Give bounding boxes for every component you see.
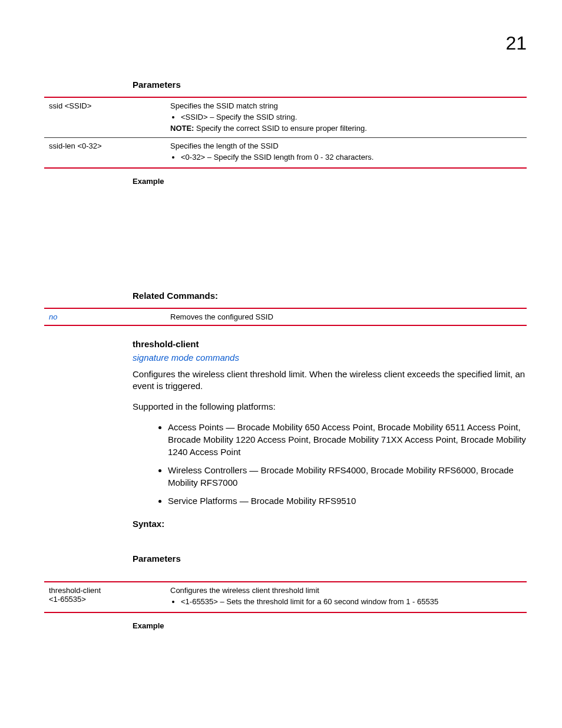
parameters-heading-2: Parameters: [133, 554, 527, 564]
param-lead: Configures the wireless client threshold…: [170, 586, 522, 595]
table-row: no Removes the configured SSID: [44, 308, 527, 325]
param-desc-cell: Specifies the length of the SSID <0-32> …: [166, 138, 527, 169]
example-heading-1: Example: [133, 177, 527, 186]
param-bullet: <1-65535> – Sets the threshold limit for…: [181, 597, 522, 606]
list-item: Service Platforms — Brocade Mobility RFS…: [168, 495, 527, 507]
param-lead: Specifies the SSID match string: [170, 101, 522, 110]
param-bullets: <0-32> – Specify the SSID length from 0 …: [181, 153, 522, 162]
parameters-heading-1: Parameters: [133, 80, 527, 90]
param-bullet: <SSID> – Specify the SSID string.: [181, 113, 522, 121]
related-commands-table: no Removes the configured SSID: [44, 308, 527, 326]
param-key-line1: threshold-client: [49, 586, 161, 595]
related-commands-heading: Related Commands:: [133, 291, 527, 301]
threshold-client-title: threshold-client: [133, 339, 527, 349]
list-item: Access Points — Brocade Mobility 650 Acc…: [168, 421, 527, 458]
page: 21 Parameters ssid <SSID> Specifies the …: [0, 0, 562, 728]
page-number: 21: [505, 32, 527, 54]
example-heading-2: Example: [133, 621, 527, 630]
parameters-table-2: threshold-client <1-65535> Configures th…: [44, 581, 527, 613]
syntax-heading: Syntax:: [133, 519, 527, 529]
signature-mode-link[interactable]: signature mode commands: [133, 353, 527, 363]
param-key: ssid-len <0-32>: [44, 138, 166, 169]
param-key: ssid <SSID>: [44, 97, 166, 138]
param-desc-cell: Specifies the SSID match string <SSID> –…: [166, 97, 527, 138]
table-row: threshold-client <1-65535> Configures th…: [44, 582, 527, 612]
param-bullets: <1-65535> – Sets the threshold limit for…: [181, 597, 522, 606]
param-key-line2: <1-65535>: [49, 595, 161, 604]
param-key: threshold-client <1-65535>: [44, 582, 166, 612]
platforms-list: Access Points — Brocade Mobility 650 Acc…: [133, 421, 527, 507]
param-bullet: <0-32> – Specify the SSID length from 0 …: [181, 153, 522, 162]
threshold-desc: Configures the wireless client threshold…: [133, 368, 527, 393]
param-note: NOTE: Specify the correct SSID to ensure…: [170, 124, 522, 133]
related-key: no: [44, 308, 166, 325]
related-desc: Removes the configured SSID: [166, 308, 527, 325]
content-area: Parameters ssid <SSID> Specifies the SSI…: [133, 32, 527, 630]
supported-lead: Supported in the following platforms:: [133, 401, 527, 413]
param-lead: Specifies the length of the SSID: [170, 141, 522, 150]
note-text: Specify the correct SSID to ensure prope…: [194, 124, 366, 133]
table-row: ssid-len <0-32> Specifies the length of …: [44, 138, 527, 169]
parameters-table-1: ssid <SSID> Specifies the SSID match str…: [44, 97, 527, 169]
param-desc-cell: Configures the wireless client threshold…: [166, 582, 527, 612]
table-row: ssid <SSID> Specifies the SSID match str…: [44, 97, 527, 138]
param-bullets: <SSID> – Specify the SSID string.: [181, 113, 522, 121]
note-label: NOTE:: [170, 124, 194, 133]
list-item: Wireless Controllers — Brocade Mobility …: [168, 464, 527, 489]
